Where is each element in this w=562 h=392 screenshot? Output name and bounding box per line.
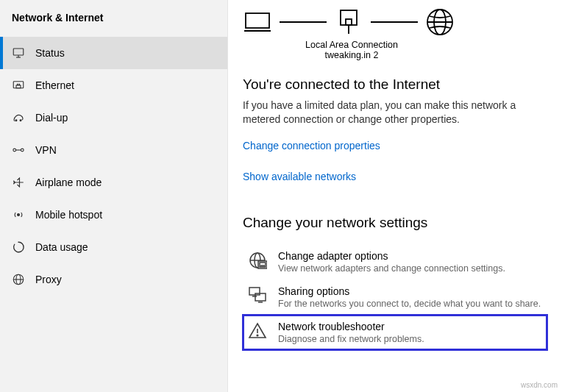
- main-content: Local Area Connection tweaking.in 2 You'…: [228, 0, 562, 392]
- setting-desc: For the networks you connect to, decide …: [278, 299, 541, 309]
- sidebar-item-dialup[interactable]: Dial-up: [0, 101, 227, 134]
- adapter-icon: [247, 250, 268, 271]
- sidebar-item-label: Dial-up: [35, 112, 68, 124]
- sidebar-item-label: Airplane mode: [35, 177, 102, 188]
- diagram-caption: Local Area Connection tweaking.in 2: [243, 40, 460, 60]
- proxy-icon: [12, 273, 25, 286]
- svg-point-9: [20, 120, 21, 121]
- sharing-icon: [247, 285, 268, 306]
- sidebar-item-ethernet[interactable]: Ethernet: [0, 69, 227, 101]
- svg-rect-19: [341, 10, 357, 25]
- setting-desc: View network adapters and change connect…: [278, 263, 505, 274]
- ethernet-icon: [12, 79, 25, 92]
- sharing-options[interactable]: Sharing options For the networks you con…: [243, 279, 547, 315]
- change-connection-properties-link[interactable]: Change connection properties: [243, 140, 380, 152]
- svg-point-38: [257, 335, 258, 336]
- sidebar-item-datausage[interactable]: Data usage: [0, 231, 227, 263]
- sidebar-item-proxy[interactable]: Proxy: [0, 263, 227, 296]
- sidebar-item-label: Proxy: [35, 274, 62, 285]
- svg-rect-4: [16, 85, 21, 88]
- airplane-icon: [12, 176, 25, 189]
- hotspot-icon: [12, 208, 25, 221]
- change-settings-heading: Change your network settings: [243, 215, 547, 231]
- network-diagram: [243, 7, 547, 37]
- sidebar-item-airplane[interactable]: Airplane mode: [0, 166, 227, 199]
- sidebar-item-label: VPN: [35, 144, 57, 156]
- svg-rect-0: [13, 49, 24, 55]
- svg-rect-20: [346, 19, 352, 25]
- vpn-icon: [12, 143, 25, 157]
- sidebar: Network & Internet Status Ethernet Dial-…: [0, 0, 228, 392]
- sidebar-item-label: Ethernet: [35, 79, 74, 91]
- diagram-caption-line1: Local Area Connection: [243, 40, 460, 50]
- sidebar-item-label: Status: [35, 47, 65, 59]
- setting-title: Change adapter options: [278, 250, 505, 262]
- network-troubleshooter[interactable]: Network troubleshooter Diagnose and fix …: [243, 315, 547, 350]
- sidebar-item-label: Data usage: [35, 241, 88, 253]
- sidebar-title: Network & Internet: [0, 7, 227, 37]
- dialup-icon: [12, 111, 25, 124]
- show-available-networks-link[interactable]: Show available networks: [243, 171, 356, 182]
- svg-rect-17: [246, 13, 269, 28]
- diagram-line: [280, 21, 327, 23]
- watermark: wsxdn.com: [521, 381, 558, 389]
- svg-point-10: [13, 149, 16, 152]
- troubleshooter-icon: [247, 321, 268, 341]
- setting-desc: Diagnose and fix network problems.: [278, 334, 424, 344]
- pc-icon: [243, 10, 272, 34]
- sidebar-item-status[interactable]: Status: [0, 37, 227, 69]
- setting-title: Network troubleshooter: [278, 321, 424, 332]
- svg-point-8: [15, 120, 17, 121]
- router-icon: [334, 9, 363, 35]
- connected-heading: You're connected to the Internet: [243, 76, 547, 93]
- datausage-icon: [12, 240, 25, 254]
- sidebar-item-vpn[interactable]: VPN: [0, 134, 227, 166]
- status-icon: [12, 46, 25, 60]
- sidebar-item-label: Mobile hotspot: [35, 209, 102, 221]
- globe-icon: [425, 7, 455, 37]
- svg-point-11: [21, 149, 24, 152]
- svg-point-13: [18, 214, 20, 216]
- connected-body: If you have a limited data plan, you can…: [243, 99, 547, 126]
- change-adapter-options[interactable]: Change adapter options View network adap…: [243, 244, 547, 279]
- diagram-caption-line2: tweaking.in 2: [243, 50, 460, 60]
- setting-title: Sharing options: [278, 285, 541, 297]
- sidebar-item-hotspot[interactable]: Mobile hotspot: [0, 199, 227, 231]
- diagram-line: [371, 21, 418, 23]
